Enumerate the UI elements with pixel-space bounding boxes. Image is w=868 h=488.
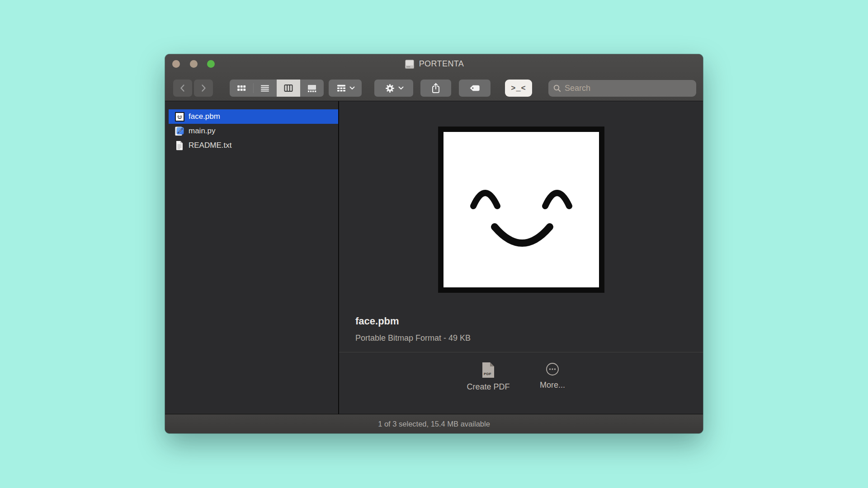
- smiley-face-graphic: [443, 132, 599, 287]
- pdf-document-icon: PDF: [482, 362, 494, 378]
- action-menu-button[interactable]: [374, 80, 413, 97]
- file-row-face-pbm[interactable]: face.pbm: [169, 109, 338, 124]
- file-row-main-py[interactable]: main.py: [169, 124, 338, 138]
- window-title: PORTENTA: [419, 59, 464, 69]
- python-script-icon: [175, 126, 184, 136]
- forward-button[interactable]: [194, 80, 213, 97]
- pbm-preview-image: [438, 127, 604, 293]
- preview-divider: [339, 352, 703, 352]
- group-by-button[interactable]: [329, 80, 362, 97]
- preview-file-info: Portable Bitmap Format - 49 KB: [355, 333, 471, 343]
- group-icon: [336, 83, 347, 94]
- chevron-down-icon: [349, 86, 355, 90]
- tag-icon: [468, 83, 481, 94]
- view-mode-segmented-control: [230, 80, 324, 97]
- gear-icon: [384, 83, 396, 94]
- text-document-icon: [175, 141, 184, 150]
- gallery-view-button[interactable]: [300, 80, 324, 97]
- create-pdf-button[interactable]: PDF Create PDF: [457, 362, 520, 392]
- more-button[interactable]: More...: [521, 362, 584, 390]
- list-view-icon: [259, 83, 270, 94]
- column-view-icon: [283, 83, 294, 94]
- more-label: More...: [540, 380, 565, 390]
- file-name: main.py: [189, 127, 216, 136]
- back-button[interactable]: [173, 80, 192, 97]
- status-bar: 1 of 3 selected, 15.4 MB available: [165, 414, 703, 433]
- icon-view-button[interactable]: [230, 80, 253, 97]
- chevron-down-icon: [398, 86, 404, 90]
- file-row-readme-txt[interactable]: README.txt: [169, 138, 338, 153]
- pbm-thumbnail-icon: [175, 112, 184, 122]
- search-input[interactable]: [565, 84, 692, 93]
- gallery-view-icon: [307, 83, 317, 94]
- finder-window: PORTENTA: [165, 54, 703, 433]
- content-area: face.pbm mai: [165, 101, 703, 414]
- status-text: 1 of 3 selected, 15.4 MB available: [378, 420, 490, 428]
- list-view-button[interactable]: [253, 80, 277, 97]
- column-view-button[interactable]: [277, 80, 300, 97]
- repl-face-button[interactable]: >_<: [505, 80, 532, 97]
- icon-view-icon: [236, 83, 247, 94]
- repl-face-glyph: >_<: [511, 84, 526, 93]
- desktop: { "window": { "title": "PORTENTA" }, "to…: [0, 0, 868, 488]
- window-chrome: PORTENTA: [165, 54, 703, 101]
- share-icon: [430, 82, 441, 94]
- preview-file-name: face.pbm: [355, 315, 399, 327]
- search-icon: [553, 84, 561, 93]
- chevron-right-icon: [198, 83, 208, 94]
- create-pdf-label: Create PDF: [467, 382, 509, 392]
- pdf-badge-text: PDF: [484, 372, 491, 376]
- titlebar[interactable]: PORTENTA: [165, 54, 703, 74]
- disk-icon: [404, 59, 415, 70]
- search-field[interactable]: [548, 80, 696, 97]
- more-ellipsis-icon: [546, 362, 559, 376]
- file-name: README.txt: [189, 141, 231, 150]
- file-list-column: face.pbm mai: [165, 101, 338, 414]
- file-name: face.pbm: [189, 112, 220, 121]
- share-button[interactable]: [420, 80, 451, 97]
- preview-column: face.pbm Portable Bitmap Format - 49 KB …: [339, 101, 703, 414]
- tag-button[interactable]: [459, 80, 491, 97]
- chevron-left-icon: [178, 83, 188, 94]
